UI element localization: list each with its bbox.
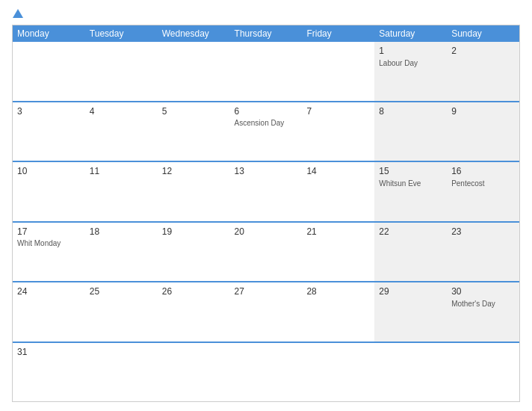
day-cell: 2 (447, 42, 519, 101)
day-cell: 5 (158, 102, 230, 161)
day-number: 14 (306, 165, 370, 178)
day-number: 30 (451, 285, 515, 298)
day-number: 27 (235, 285, 298, 298)
header (12, 9, 520, 19)
day-cell: 15Whitsun Eve (374, 162, 447, 221)
day-cell: 9 (447, 102, 519, 161)
day-cell: 29 (374, 282, 447, 342)
week-row-1: 1Labour Day2 (13, 42, 519, 101)
day-header-saturday: Saturday (374, 25, 447, 42)
day-header-thursday: Thursday (230, 25, 303, 42)
day-number: 1 (379, 45, 442, 58)
day-cell: 20 (230, 223, 303, 282)
holiday-name: Ascension Day (235, 119, 298, 128)
day-cell: 3 (13, 102, 85, 161)
day-number: 24 (17, 285, 81, 298)
day-cell: 13 (230, 162, 303, 221)
day-number: 4 (90, 105, 153, 118)
day-cell: 7 (302, 102, 374, 161)
week-row-6: 31 (13, 342, 519, 402)
day-cell: 10 (13, 162, 85, 221)
day-header-sunday: Sunday (447, 25, 519, 42)
day-cell: 6Ascension Day (230, 102, 303, 161)
day-cell: 16Pentecost (447, 162, 519, 221)
day-cell (13, 42, 85, 101)
week-row-4: 17Whit Monday181920212223 (13, 221, 519, 282)
day-number: 23 (451, 226, 515, 238)
day-number: 5 (162, 105, 226, 118)
day-cell: 26 (158, 282, 230, 342)
day-cell: 17Whit Monday (13, 223, 85, 282)
day-cell: 14 (302, 162, 374, 221)
holiday-name: Whit Monday (17, 239, 81, 248)
day-cell: 24 (13, 282, 85, 342)
calendar-page: MondayTuesdayWednesdayThursdayFridaySatu… (0, 0, 532, 411)
holiday-name: Mother's Day (451, 300, 515, 309)
day-number: 2 (451, 45, 515, 58)
calendar: MondayTuesdayWednesdayThursdayFridaySatu… (12, 25, 520, 402)
day-number: 16 (451, 165, 515, 178)
week-row-2: 3456Ascension Day789 (13, 101, 519, 161)
week-row-3: 101112131415Whitsun Eve16Pentecost (13, 161, 519, 221)
day-number: 25 (90, 285, 153, 298)
day-number: 7 (306, 105, 370, 118)
day-header-wednesday: Wednesday (158, 25, 230, 42)
day-number: 18 (90, 226, 153, 238)
day-cell: 8 (374, 102, 447, 161)
day-cell (302, 42, 374, 101)
week-row-5: 24252627282930Mother's Day (13, 281, 519, 342)
day-number: 8 (379, 105, 442, 118)
day-cell: 4 (85, 102, 158, 161)
day-number: 9 (451, 105, 515, 118)
day-number: 6 (235, 105, 298, 118)
day-number: 26 (162, 285, 226, 298)
day-number: 11 (90, 165, 153, 178)
day-number: 10 (17, 165, 81, 178)
day-cell: 28 (302, 282, 374, 342)
day-cell: 23 (447, 223, 519, 282)
day-cell: 18 (85, 223, 158, 282)
day-cell (230, 42, 303, 101)
day-cell (158, 343, 230, 402)
day-cell: 1Labour Day (374, 42, 447, 101)
weeks: 1Labour Day23456Ascension Day78910111213… (13, 42, 519, 401)
day-number: 31 (17, 346, 81, 359)
logo-triangle-icon (13, 9, 23, 18)
holiday-name: Whitsun Eve (379, 179, 442, 188)
logo (12, 9, 23, 19)
day-cell (374, 343, 447, 402)
day-number: 21 (306, 226, 370, 238)
day-cell (447, 343, 519, 402)
day-number: 17 (17, 226, 81, 238)
day-headers: MondayTuesdayWednesdayThursdayFridaySatu… (13, 25, 519, 42)
day-cell: 31 (13, 343, 85, 402)
day-cell: 25 (85, 282, 158, 342)
day-cell (85, 42, 158, 101)
day-number: 13 (235, 165, 298, 178)
day-header-tuesday: Tuesday (85, 25, 158, 42)
holiday-name: Labour Day (379, 59, 442, 68)
day-cell: 22 (374, 223, 447, 282)
day-number: 28 (306, 285, 370, 298)
day-cell: 19 (158, 223, 230, 282)
day-number: 12 (162, 165, 226, 178)
day-header-friday: Friday (302, 25, 374, 42)
day-cell (230, 343, 303, 402)
day-number: 3 (17, 105, 81, 118)
day-cell: 30Mother's Day (447, 282, 519, 342)
day-cell: 12 (158, 162, 230, 221)
day-cell (85, 343, 158, 402)
day-number: 20 (235, 226, 298, 238)
day-cell (158, 42, 230, 101)
day-cell: 27 (230, 282, 303, 342)
day-number: 19 (162, 226, 226, 238)
day-cell: 21 (302, 223, 374, 282)
day-number: 29 (379, 285, 442, 298)
day-number: 22 (379, 226, 442, 238)
holiday-name: Pentecost (451, 179, 515, 188)
day-cell: 11 (85, 162, 158, 221)
day-number: 15 (379, 165, 442, 178)
day-header-monday: Monday (13, 25, 85, 42)
day-cell (302, 343, 374, 402)
